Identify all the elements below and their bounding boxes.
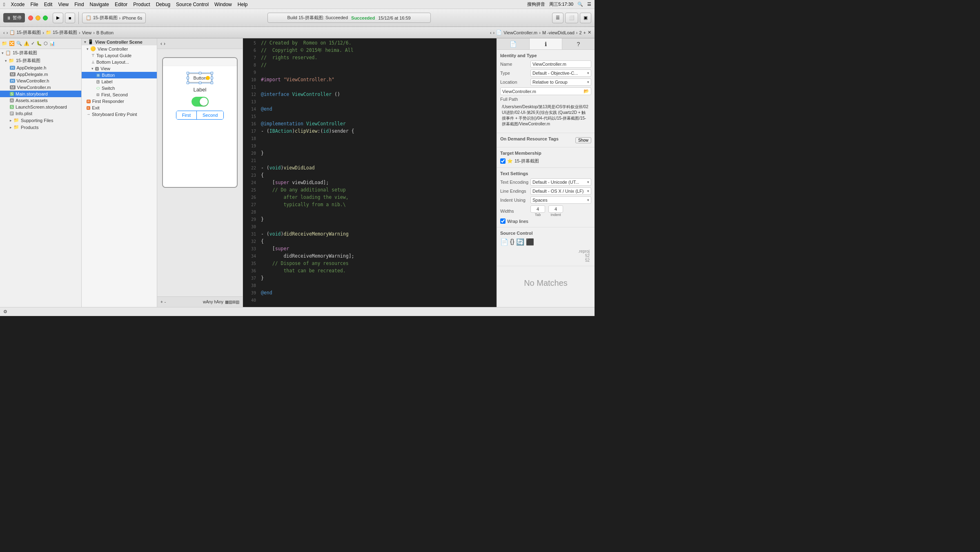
- line-code[interactable]: [261, 224, 264, 229]
- line-code[interactable]: [super viewDidLoad];: [261, 180, 329, 185]
- menu-find[interactable]: Find: [74, 2, 84, 7]
- indent-dropdown[interactable]: Spaces ▾: [530, 196, 591, 204]
- nav-debug-icon[interactable]: 🐛: [36, 41, 42, 46]
- nav-item-products[interactable]: ▸ 📁 Products: [0, 124, 81, 131]
- nav-folder-icon[interactable]: 📁: [2, 41, 7, 46]
- tab-width-field[interactable]: 4: [530, 205, 545, 213]
- outline-button[interactable]: B Button: [82, 72, 157, 78]
- outline-view[interactable]: ▾ V View: [82, 65, 157, 72]
- name-value-field[interactable]: ViewController.m: [530, 60, 591, 68]
- editor-filename[interactable]: ViewController.m: [503, 30, 537, 35]
- menu-view[interactable]: View: [58, 2, 69, 7]
- outline-first-responder[interactable]: R First Responder: [82, 98, 157, 105]
- canvas-layout-btns[interactable]: ▦▥⊞▥: [225, 300, 239, 304]
- debug-area-toggle[interactable]: ⬜: [565, 13, 578, 23]
- line-code[interactable]: - (IBAction)clipView:(id)sender {: [261, 128, 354, 134]
- target-checkbox[interactable]: [500, 158, 506, 164]
- navigator-toggle[interactable]: ☰: [552, 13, 564, 23]
- line-endings-dropdown[interactable]: Default - OS X / Unix (LF) ▾: [530, 187, 591, 195]
- nav-reports-icon[interactable]: 📊: [49, 41, 55, 46]
- canvas-add-btn[interactable]: +: [160, 300, 163, 304]
- line-code[interactable]: [261, 209, 264, 215]
- nav-search-icon[interactable]: 🔍: [16, 41, 22, 46]
- line-code[interactable]: after loading the view,: [261, 194, 349, 200]
- line-code[interactable]: // rights reserved.: [261, 55, 317, 60]
- canvas-nav-back[interactable]: ‹: [160, 41, 162, 47]
- maximize-button[interactable]: [43, 16, 48, 20]
- editor-nav-forward[interactable]: ›: [493, 30, 495, 35]
- canvas-minus-btn[interactable]: -: [165, 300, 166, 304]
- menu-window[interactable]: Window: [214, 2, 232, 7]
- nav-scm-icon[interactable]: 🔀: [9, 41, 15, 46]
- nav-item-viewcontroller-h[interactable]: H ViewController.h: [0, 78, 81, 84]
- outline-bottom-layout[interactable]: ⊥ Bottom Layout...: [82, 59, 157, 65]
- nav-warnings-icon[interactable]: ⚠️: [24, 41, 29, 46]
- utilities-toggle[interactable]: ▣: [580, 13, 591, 23]
- search-icon[interactable]: 🔍: [577, 2, 583, 7]
- nav-item-appdelegate-h[interactable]: H AppDelegate.h: [0, 65, 81, 71]
- line-code[interactable]: that can be recreated.: [261, 268, 346, 274]
- outline-segment[interactable]: ⊟ First, Second: [82, 91, 157, 98]
- inspector-tab-file[interactable]: 📄: [497, 38, 530, 49]
- line-code[interactable]: - (void)viewDidLoad: [261, 165, 315, 171]
- indent-width-field[interactable]: 4: [548, 205, 563, 213]
- inspector-tab-help[interactable]: ?: [562, 38, 595, 49]
- switch-preview[interactable]: [192, 97, 209, 107]
- outline-exit[interactable]: E Exit: [82, 105, 157, 111]
- breadcrumb-nav-forward[interactable]: ›: [7, 30, 8, 35]
- handle-bc[interactable]: [199, 82, 201, 84]
- nav-breakpoints-icon[interactable]: ⬡: [44, 41, 48, 46]
- sc-branch-icon[interactable]: {}: [510, 238, 514, 246]
- location-dropdown[interactable]: Relative to Group ▾: [530, 78, 591, 86]
- stop-button[interactable]: ■: [65, 13, 75, 23]
- line-code[interactable]: {: [261, 172, 264, 178]
- nav-item-main-storyboard[interactable]: S Main.storyboard: [0, 91, 81, 97]
- sc-file-icon[interactable]: 📄: [500, 238, 508, 246]
- line-code[interactable]: [261, 99, 264, 105]
- nav-item-group[interactable]: ▾ 📁 15-拼幕截图: [0, 57, 81, 65]
- line-code[interactable]: [261, 69, 264, 75]
- menu-product[interactable]: Product: [133, 2, 150, 7]
- line-code[interactable]: [261, 297, 264, 303]
- menu-edit[interactable]: Edit: [44, 2, 53, 7]
- outline-scene-header[interactable]: ▾ 📱 View Controller Scene: [82, 38, 157, 45]
- handle-tc[interactable]: [199, 72, 201, 74]
- menu-xcode[interactable]: Xcode: [11, 2, 24, 7]
- button-preview-container[interactable]: Button: [188, 73, 212, 82]
- breadcrumb-view[interactable]: View: [82, 30, 92, 35]
- nav-item-assets[interactable]: A Assets.xcassets: [0, 97, 81, 104]
- file-chooser-icon[interactable]: 📂: [584, 89, 589, 94]
- line-code[interactable]: @implementation ViewController: [261, 121, 346, 127]
- line-code[interactable]: // Dispose of any resources: [261, 260, 349, 266]
- handle-tl[interactable]: [187, 72, 189, 74]
- line-code[interactable]: // Copyright © 2015年 heima. All: [261, 47, 354, 53]
- handle-bl[interactable]: [187, 82, 189, 84]
- wrap-lines-checkbox[interactable]: [500, 218, 506, 224]
- encoding-dropdown[interactable]: Default - Unicode (UT... ▾: [530, 178, 591, 186]
- editor-nav-back[interactable]: ‹: [490, 30, 492, 35]
- line-code[interactable]: [261, 84, 264, 90]
- line-code[interactable]: typically from a nib.\: [261, 202, 346, 207]
- line-code[interactable]: @interface ViewController (): [261, 91, 340, 97]
- segmented-control-preview[interactable]: First Second: [176, 111, 224, 120]
- minimize-button[interactable]: [36, 16, 40, 20]
- menu-editor[interactable]: Editor: [115, 2, 127, 7]
- line-code[interactable]: // Created by Romeo on 15/12/6.: [261, 40, 352, 46]
- outline-label[interactable]: L Label: [82, 78, 157, 85]
- label-preview[interactable]: Label: [194, 87, 207, 93]
- breadcrumb-folder[interactable]: 📁 15-拼幕截图: [46, 29, 77, 36]
- breadcrumb-nav-back[interactable]: ‹: [3, 30, 5, 35]
- line-code[interactable]: @end: [261, 106, 272, 112]
- inspector-tab-identity[interactable]: ℹ: [530, 38, 562, 49]
- line-code[interactable]: }: [261, 150, 264, 156]
- menu-file[interactable]: File: [30, 2, 38, 7]
- handle-mr[interactable]: [211, 77, 213, 79]
- show-button[interactable]: Show: [575, 137, 591, 143]
- run-button[interactable]: ▶: [53, 13, 63, 23]
- handle-ml[interactable]: [187, 77, 189, 79]
- menu-help[interactable]: Help: [238, 2, 248, 7]
- handle-tr[interactable]: [211, 72, 213, 74]
- line-code[interactable]: }: [261, 275, 264, 281]
- handle-br[interactable]: [211, 82, 213, 84]
- menu-debug[interactable]: Debug: [156, 2, 170, 7]
